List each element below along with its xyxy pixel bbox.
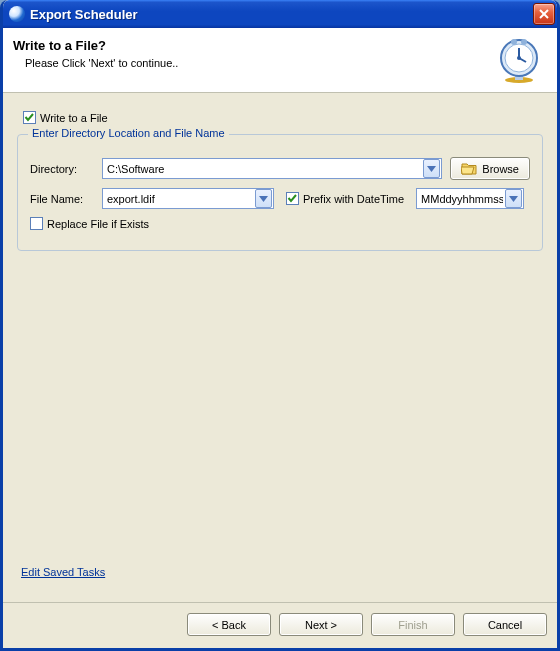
svg-marker-11 <box>427 166 436 172</box>
close-button[interactable] <box>533 3 555 25</box>
chevron-down-icon <box>427 166 436 172</box>
directory-value: C:\Software <box>107 163 421 175</box>
page-title: Write to a File? <box>13 38 487 53</box>
cancel-button[interactable]: Cancel <box>463 613 547 636</box>
svg-point-10 <box>517 56 521 60</box>
datetime-format-dropdown[interactable]: MMddyyhhmmss <box>416 188 524 209</box>
prefix-datetime-label: Prefix with DateTime <box>303 193 404 205</box>
directory-label: Directory: <box>30 163 102 175</box>
svg-point-7 <box>521 39 527 45</box>
app-icon <box>9 6 25 22</box>
format-dropdown-button[interactable] <box>505 189 522 208</box>
write-to-file-checkbox[interactable]: Write to a File <box>23 111 545 124</box>
clock-icon <box>493 36 545 86</box>
filename-label: File Name: <box>30 193 102 205</box>
browse-button[interactable]: Browse <box>450 157 530 180</box>
group-legend: Enter Directory Location and File Name <box>28 127 229 139</box>
filename-dropdown-button[interactable] <box>255 189 272 208</box>
chevron-down-icon <box>509 196 518 202</box>
datetime-format-value: MMddyyhhmmss <box>421 193 503 205</box>
filename-value: export.ldif <box>107 193 253 205</box>
export-scheduler-window: Export Scheduler Write to a File? Please… <box>0 0 560 651</box>
window-title: Export Scheduler <box>30 7 533 22</box>
finish-button: Finish <box>371 613 455 636</box>
svg-marker-12 <box>259 196 268 202</box>
directory-input[interactable]: C:\Software <box>102 158 442 179</box>
replace-file-checkbox[interactable]: Replace File if Exists <box>30 217 530 230</box>
folder-icon <box>461 162 477 175</box>
edit-saved-tasks-link[interactable]: Edit Saved Tasks <box>21 566 105 578</box>
next-button[interactable]: Next > <box>279 613 363 636</box>
directory-filename-group: Enter Directory Location and File Name D… <box>17 134 543 251</box>
filename-input[interactable]: export.ldif <box>102 188 274 209</box>
titlebar: Export Scheduler <box>3 0 557 28</box>
close-icon <box>539 9 549 19</box>
svg-marker-13 <box>509 196 518 202</box>
svg-point-6 <box>511 39 517 45</box>
wizard-header: Write to a File? Please Click 'Next' to … <box>3 28 557 93</box>
directory-dropdown-button[interactable] <box>423 159 440 178</box>
wizard-footer: < Back Next > Finish Cancel <box>3 602 557 648</box>
write-to-file-label: Write to a File <box>40 112 108 124</box>
browse-label: Browse <box>482 163 519 175</box>
page-subtitle: Please Click 'Next' to continue.. <box>25 57 487 69</box>
checkbox-icon <box>23 111 36 124</box>
back-button[interactable]: < Back <box>187 613 271 636</box>
prefix-datetime-checkbox[interactable]: Prefix with DateTime <box>286 192 404 205</box>
chevron-down-icon <box>259 196 268 202</box>
wizard-body: Write to a File Enter Directory Location… <box>3 93 557 602</box>
replace-file-label: Replace File if Exists <box>47 218 149 230</box>
checkbox-icon <box>286 192 299 205</box>
checkbox-icon <box>30 217 43 230</box>
